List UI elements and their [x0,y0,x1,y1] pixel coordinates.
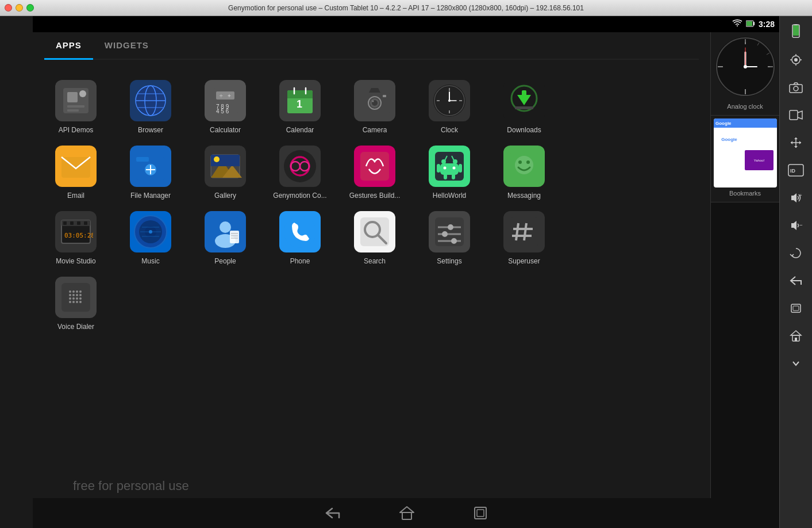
app-calculator[interactable]: ÷ + 7 8 9 4 5 6 Calculator [194,77,257,137]
watermark: free for personal use [73,479,189,493]
svg-point-105 [526,160,530,164]
battery-status-icon [746,19,755,29]
svg-point-103 [515,156,533,174]
app-icon-calculator: ÷ + 7 8 9 4 5 6 [205,80,246,121]
app-settings[interactable]: Settings [418,208,481,268]
app-label-browser: Browser [138,126,163,134]
app-camera[interactable]: Camera [343,77,406,137]
video-icon[interactable] [786,105,806,125]
gps-icon[interactable] [786,49,806,70]
svg-point-83 [214,156,220,162]
app-label-camera: Camera [363,126,387,134]
recents-toolbar-icon[interactable] [786,298,806,319]
home-button[interactable] [399,506,415,521]
svg-point-55 [372,101,374,102]
analog-clock-widget[interactable]: Analog clock [711,32,779,116]
battery-icon[interactable] [786,22,806,43]
svg-rect-93 [440,163,459,175]
app-icon-gestures [354,146,395,187]
bookmarks-widget[interactable]: Google Google [711,116,779,202]
app-label-phone: Phone [290,257,310,265]
app-icon-settings [429,211,470,252]
svg-point-155 [76,297,78,300]
app-gestures[interactable]: Gestures Build... [343,143,406,202]
svg-rect-110 [77,221,80,225]
app-icon-email [55,146,97,187]
app-icon-clock [429,80,470,121]
app-helloworld[interactable]: HelloWorld [418,143,481,202]
app-clock[interactable]: Clock [418,77,481,137]
app-label-settings: Settings [437,257,461,265]
app-calendar[interactable]: 1 Calendar [268,77,332,137]
svg-rect-1 [794,24,798,25]
svg-rect-178 [475,507,486,519]
rotate-icon[interactable] [786,243,806,263]
app-browser[interactable]: Browser [119,77,182,137]
volume-down-icon[interactable]: − [786,215,806,236]
svg-rect-89 [360,152,389,181]
svg-text:1: 1 [297,98,302,110]
app-file-manager[interactable]: File Manager [119,143,182,202]
app-label-messaging: Messaging [507,192,541,200]
svg-point-159 [76,301,78,303]
app-label-people: People [214,257,236,265]
app-downloads[interactable]: Downloads [492,77,556,137]
app-icon-superuser [503,211,545,252]
app-icon-browser [130,80,171,121]
app-phone[interactable]: Phone [268,208,332,268]
tab-widgets[interactable]: WIDGETS [93,32,160,59]
wifi-icon [732,19,742,29]
move-icon[interactable] [786,132,806,153]
recents-button[interactable] [472,506,488,520]
app-icon-movie-studio: 03:05:28 [55,211,97,252]
app-label-downloads: Downloads [507,126,541,134]
app-movie-studio[interactable]: 03:05:28 Movie Studio [44,208,107,268]
app-label-movie-studio: Movie Studio [56,257,95,265]
app-voice-dialer[interactable]: Voice Dialer [44,274,107,334]
close-button[interactable] [5,4,12,12]
back-toolbar-icon[interactable] [786,270,806,291]
svg-point-10 [794,86,798,91]
svg-point-175 [744,65,747,68]
volume-up-icon[interactable]: + [786,188,806,208]
app-messaging[interactable]: Messaging [492,143,556,202]
maximize-button[interactable] [26,4,34,12]
app-label-helloworld: HelloWorld [433,192,466,200]
svg-text:÷: ÷ [220,93,223,99]
tab-apps[interactable]: APPS [44,32,93,60]
svg-point-30 [79,90,86,97]
app-gallery[interactable]: Gallery [194,143,257,202]
svg-rect-11 [790,110,798,120]
svg-rect-94 [437,164,440,173]
side-toolbar: ID + − [779,16,812,528]
app-grid: API Demos [44,71,699,339]
minimize-button[interactable] [16,4,23,12]
more-icon[interactable] [786,353,806,374]
app-icon-people [205,211,246,252]
app-icon-gallery [205,146,246,187]
svg-rect-111 [84,221,87,225]
app-superuser[interactable]: Superuser [492,208,556,268]
app-people[interactable]: People [194,208,257,268]
svg-point-147 [76,290,78,293]
svg-point-98 [444,167,447,170]
id-icon[interactable]: ID [786,160,806,181]
camera-icon[interactable] [786,77,806,98]
app-api-demos[interactable]: API Demos [44,77,107,137]
svg-point-145 [69,290,71,293]
svg-rect-71 [515,106,533,109]
app-music[interactable]: Music [119,208,182,268]
app-genymotion[interactable]: Genymotion Co... [268,143,332,202]
back-button[interactable] [324,506,341,520]
svg-rect-74 [136,157,149,162]
svg-rect-177 [402,512,411,519]
svg-marker-18 [791,221,796,230]
app-email[interactable]: Email [44,143,107,202]
home-toolbar-icon[interactable] [786,326,806,346]
app-search[interactable]: Search [343,208,406,268]
app-label-superuser: Superuser [508,257,540,265]
app-icon-downloads [503,80,545,121]
emulator-frame: 3:28 APPS WIDGETS [33,16,779,528]
svg-rect-32 [67,109,79,112]
svg-text:ID: ID [790,168,796,174]
